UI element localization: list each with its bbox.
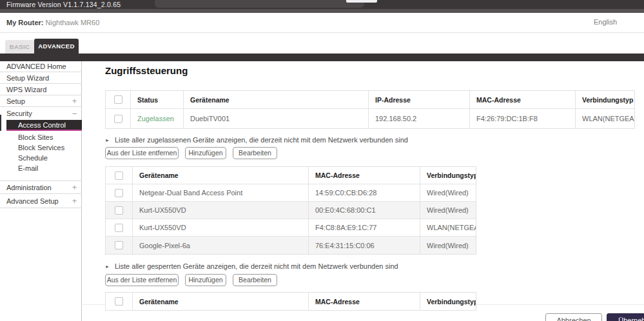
language-selector[interactable]: English	[594, 18, 617, 26]
expand-arrow-icon: ►	[105, 138, 110, 142]
header-checkbox-cell	[106, 167, 133, 184]
blocked-offline-devices-table: Gerätename MAC-Adresse Verbindungstyp	[105, 292, 476, 311]
sidebar-item-label: Advanced Setup	[6, 197, 59, 205]
device-name-cell: Netgear-Dual Band Access Point	[133, 184, 309, 201]
select-all-checkbox[interactable]	[115, 297, 123, 306]
row-checkbox-cell	[106, 184, 133, 201]
device-name-cell: Kurt-UX550VD	[133, 202, 309, 219]
sidebar-item-schedule[interactable]: Schedule	[0, 153, 82, 163]
apply-button[interactable]: Übernehmen	[607, 313, 644, 321]
row-checkbox[interactable]	[114, 115, 122, 123]
row-checkbox-cell	[106, 219, 133, 236]
my-router-label: My Router: Nighthawk MR60	[6, 19, 99, 26]
table-header-row: Gerätename MAC-Adresse Verbindungstyp	[106, 293, 476, 310]
sidebar-edge-marker	[0, 115, 1, 131]
cancel-button[interactable]: Abbrechen	[545, 313, 602, 321]
firmware-version-label: Firmware Version V1.1.7.134_2.0.65	[6, 1, 121, 8]
blocked-list-toggle[interactable]: ► Liste aller gesperrten Geräte anzeigen…	[105, 262, 398, 270]
sidebar-nav: ADVANCED Home Setup Wizard WPS Wizard Se…	[0, 61, 82, 321]
header-checkbox-cell	[106, 293, 133, 310]
sidebar-subitem-label: Schedule	[18, 154, 48, 162]
row-checkbox[interactable]	[115, 206, 123, 215]
router-header: My Router: Nighthawk MR60 English	[0, 13, 644, 33]
sidebar-subitem-label: Block Sites	[18, 133, 53, 141]
select-all-checkbox[interactable]	[115, 171, 123, 180]
ip-address-cell: 192.168.50.2	[369, 109, 470, 128]
plus-expander-icon[interactable]: +	[72, 183, 77, 192]
table-header-row: Gerätename MAC-Adresse Verbindungstyp	[106, 167, 476, 184]
column-header: MAC-Adresse	[309, 167, 420, 184]
table-row: Kurt-UX550VD 00:E0:4C:68:00:C1 Wired(Wir…	[106, 202, 476, 219]
row-checkbox-cell	[106, 109, 131, 128]
select-all-checkbox[interactable]	[114, 95, 122, 104]
device-name-cell: Kurt-UX550VD	[133, 219, 309, 236]
device-name-cell: Google-Pixel-6a	[133, 237, 309, 254]
mac-address-cell: 14:59:C0:CB:D6:28	[309, 184, 420, 201]
connection-type-cell: Wired(Wired)	[420, 184, 476, 201]
allowed-offline-devices-table: Gerätename MAC-Adresse Verbindungstyp Ne…	[105, 166, 476, 255]
tabs-underbar	[0, 54, 644, 61]
sidebar-item-label: Security	[6, 110, 32, 117]
allowed-list-toggle[interactable]: ► Liste aller zugelassenen Geräte anzeig…	[105, 136, 408, 144]
expand-arrow-icon: ►	[105, 264, 110, 269]
sidebar-item-administration[interactable]: Administration +	[0, 180, 82, 194]
sidebar-item-access-control[interactable]: Access Control	[6, 120, 82, 131]
device-name-cell: DuebiTV001	[184, 109, 369, 128]
sidebar-item-security[interactable]: Security –	[0, 108, 82, 119]
firmware-topbar: Firmware Version V1.1.7.134_2.0.65	[0, 0, 644, 9]
tab-basic[interactable]: BASIC	[5, 40, 34, 54]
sidebar-item-setup[interactable]: Setup +	[0, 96, 82, 107]
mac-address-cell: 76:E4:31:15:C0:06	[309, 237, 420, 254]
remove-from-list-button[interactable]: Aus der Liste entfernen	[105, 147, 179, 159]
table-row: Kurt-UX550VD F4:C8:8A:E9:1C:77 WLAN(NETG…	[106, 219, 476, 237]
blocked-actions: Aus der Liste entfernen Hinzufügen Bearb…	[105, 274, 277, 286]
column-header: MAC-Adresse	[470, 91, 576, 108]
minus-expander-icon[interactable]: –	[72, 109, 77, 118]
column-header: Gerätename	[184, 91, 369, 108]
add-button[interactable]: Hinzufügen	[185, 274, 226, 286]
column-header: IP-Adresse	[369, 91, 470, 108]
column-header: Verbindungstyp	[420, 167, 476, 184]
edit-button[interactable]: Bearbeiten	[233, 274, 277, 286]
column-header: Verbindungstyp	[420, 293, 476, 310]
column-header: Gerätename	[133, 167, 309, 184]
column-header: MAC-Adresse	[309, 293, 420, 310]
allowed-actions: Aus der Liste entfernen Hinzufügen Bearb…	[105, 147, 277, 159]
add-button[interactable]: Hinzufügen	[185, 147, 226, 159]
table-row: Zugelassen DuebiTV001 192.168.50.2 F4:26…	[106, 109, 634, 128]
table-header-row: Status Gerätename IP-Adresse MAC-Adresse…	[106, 91, 634, 109]
sidebar-item-setup-wizard[interactable]: Setup Wizard	[0, 73, 82, 84]
allowed-list-toggle-label: Liste aller zugelassenen Geräte anzeigen…	[115, 136, 408, 144]
row-checkbox-cell	[106, 237, 133, 254]
sidebar-subitem-label: Block Services	[18, 144, 64, 151]
remove-from-list-button[interactable]: Aus der Liste entfernen	[105, 274, 179, 286]
sidebar-item-block-services[interactable]: Block Services	[0, 142, 82, 153]
sidebar-item-email[interactable]: E-mail	[0, 163, 82, 173]
sidebar-item-advanced-home[interactable]: ADVANCED Home	[0, 61, 82, 72]
sidebar-item-advanced-setup[interactable]: Advanced Setup +	[0, 195, 82, 208]
connection-type-cell: Wired(Wired)	[420, 202, 476, 219]
sidebar-subitem-label: E-mail	[18, 164, 38, 172]
plus-expander-icon[interactable]: +	[72, 197, 77, 206]
connection-type-cell: WLAN(NETGEAR74)	[576, 109, 634, 128]
tab-advanced[interactable]: ADVANCED	[34, 39, 79, 54]
sidebar-item-block-sites[interactable]: Block Sites	[0, 132, 82, 142]
sidebar-item-label: Setup Wizard	[6, 74, 49, 82]
row-checkbox[interactable]	[115, 224, 123, 232]
mac-address-cell: F4:26:79:DC:1B:F8	[470, 109, 576, 128]
sidebar-item-label: WPS Wizard	[6, 86, 46, 93]
table-row: Netgear-Dual Band Access Point 14:59:C0:…	[106, 184, 476, 202]
sidebar-subitem-label: Access Control	[18, 121, 66, 129]
column-header: Status	[131, 91, 184, 108]
plus-expander-icon[interactable]: +	[72, 97, 77, 106]
page-title: Zugriffssteuerung	[105, 65, 188, 76]
row-checkbox[interactable]	[115, 189, 123, 197]
sidebar-item-wps-wizard[interactable]: WPS Wizard	[0, 84, 82, 95]
connection-type-cell: WLAN(NETGEAR74)	[420, 219, 476, 236]
sidebar-item-label: ADVANCED Home	[6, 63, 66, 70]
row-checkbox-cell	[106, 202, 133, 219]
topbar-popup-remnant	[346, 0, 377, 3]
row-checkbox[interactable]	[115, 241, 123, 249]
edit-button[interactable]: Bearbeiten	[233, 147, 277, 159]
table-row: Google-Pixel-6a 76:E4:31:15:C0:06 Wired(…	[106, 237, 476, 254]
